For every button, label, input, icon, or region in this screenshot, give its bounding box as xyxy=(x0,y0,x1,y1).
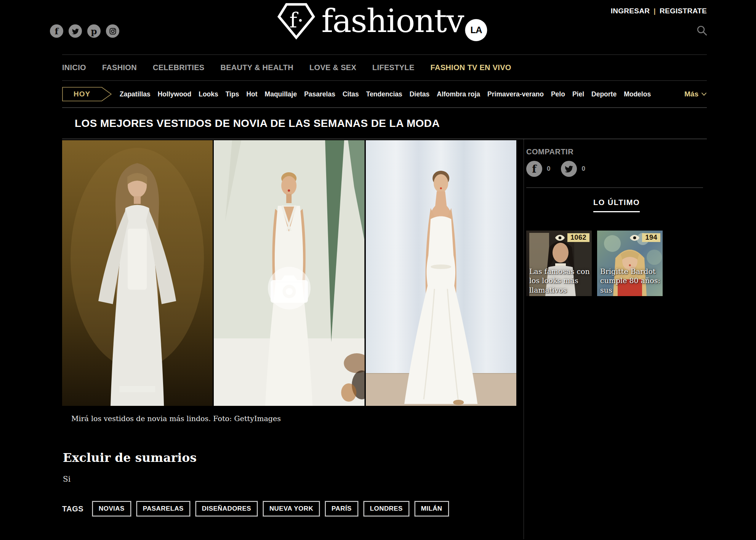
main-nav-item-love-sex[interactable]: LOVE & SEX xyxy=(309,63,356,72)
latest-item-title: Las famosas con los looks más llamativos xyxy=(529,267,592,295)
topic-nav: HOY Zapatillas Hollywood Looks Tips Hot … xyxy=(0,81,756,107)
facebook-glyph: f xyxy=(532,164,537,174)
twitter-share-count: 0 xyxy=(581,165,585,173)
topic-item-alfombra-roja[interactable]: Alfombra roja xyxy=(437,90,480,98)
twitter-share-icon[interactable] xyxy=(561,161,577,177)
tag-disenadores[interactable]: DISEÑADORES xyxy=(195,501,258,516)
more-label: Más xyxy=(684,90,698,98)
page-title: LOS MEJORES VESTIDOS DE NOVIA DE LAS SEM… xyxy=(75,117,440,130)
tag-pasarelas[interactable]: PASARELAS xyxy=(136,501,190,516)
topic-item-pasarelas[interactable]: Pasarelas xyxy=(304,90,335,98)
main-nav-item-fashion-tv-en-vivo[interactable]: FASHION TV EN VIVO xyxy=(431,63,511,72)
logo-region-badge: LA xyxy=(465,19,487,41)
main-nav-item-fashion[interactable]: FASHION xyxy=(102,63,137,72)
main-nav-item-beauty-health[interactable]: BEAUTY & HEALTH xyxy=(220,63,293,72)
views-count: 1062 xyxy=(567,233,589,242)
facebook-glyph: f xyxy=(55,27,59,35)
tags-row: TAGS NOVIAS PASARELAS DISEÑADORES NUEVA … xyxy=(62,501,516,516)
tag-paris[interactable]: PARÍS xyxy=(325,501,358,516)
more-menu-button[interactable]: Más xyxy=(684,90,707,98)
instagram-glyph xyxy=(109,27,117,35)
topic-item-looks[interactable]: Looks xyxy=(199,90,218,98)
topic-item-citas[interactable]: Citas xyxy=(343,90,359,98)
register-link[interactable]: REGISTRATE xyxy=(660,7,707,15)
chevron-down-icon xyxy=(701,92,707,96)
latest-items: 1062 Las famosas con los looks más llama… xyxy=(526,231,707,296)
eye-icon xyxy=(629,234,640,241)
facebook-share-count: 0 xyxy=(547,165,550,173)
search-icon[interactable] xyxy=(696,24,708,38)
twitter-bird-glyph xyxy=(564,164,573,173)
main-nav-item-celebrities[interactable]: CELEBRITIES xyxy=(153,63,205,72)
topic-item-modelos[interactable]: Modelos xyxy=(624,90,651,98)
photo-gallery xyxy=(62,140,516,406)
topic-item-hot[interactable]: Hot xyxy=(246,90,257,98)
share-buttons: f 0 0 xyxy=(526,161,707,177)
main-nav: INICIO FASHION CELEBRITIES BEAUTY & HEAL… xyxy=(0,54,756,81)
latest-section-title: LO ÚLTIMO xyxy=(526,198,707,207)
hoy-badge[interactable]: HOY xyxy=(62,87,112,101)
views-count: 194 xyxy=(642,233,660,242)
diamond-logo-icon: f· xyxy=(276,2,316,40)
auth-links: INGRESAR | REGISTRATE xyxy=(611,7,707,15)
site-header: f p f· fashiontv LA INGRESAR | REGISTRAT… xyxy=(0,0,756,54)
latest-item-bardot[interactable]: 194 Brigitte Bardot cumple 80 años: sus xyxy=(597,231,663,296)
latest-item-title: Brigitte Bardot cumple 80 años: sus xyxy=(600,267,663,295)
sidebar-divider xyxy=(526,187,703,188)
twitter-bird-glyph xyxy=(72,27,79,35)
login-link[interactable]: INGRESAR xyxy=(611,7,650,15)
runway-photo-1 xyxy=(62,140,213,406)
tag-novias[interactable]: NOVIAS xyxy=(92,501,131,516)
pinterest-glyph: p xyxy=(91,27,97,35)
twitter-icon[interactable] xyxy=(69,24,82,38)
article-title-bar: LOS MEJORES VESTIDOS DE NOVIA DE LAS SEM… xyxy=(62,107,707,139)
main-nav-item-lifestyle[interactable]: LIFESTYLE xyxy=(372,63,414,72)
auth-separator: | xyxy=(653,7,656,15)
logo-wordmark: fashiontv xyxy=(321,2,463,40)
pinterest-icon[interactable]: p xyxy=(87,24,101,38)
topic-item-zapatillas[interactable]: Zapatillas xyxy=(120,90,151,98)
topic-item-tendencias[interactable]: Tendencias xyxy=(366,90,402,98)
main-nav-item-inicio[interactable]: INICIO xyxy=(62,63,86,72)
topic-item-piel[interactable]: Piel xyxy=(572,90,584,98)
latest-item-famosas[interactable]: 1062 Las famosas con los looks más llama… xyxy=(526,231,592,296)
topic-item-tips[interactable]: Tips xyxy=(226,90,239,98)
views-badge: 194 xyxy=(629,233,660,242)
share-label: COMPARTIR xyxy=(526,147,707,156)
gallery-photo-strapless-gown[interactable] xyxy=(366,140,516,406)
article-main-column: Mirá los vestidos de novia más lindos. F… xyxy=(62,139,516,539)
logo-mark: f· xyxy=(289,8,304,32)
topic-item-pelo[interactable]: Pelo xyxy=(551,90,565,98)
facebook-share-icon[interactable]: f xyxy=(526,161,542,177)
gallery-photo-v-neck-gown[interactable] xyxy=(214,140,364,406)
topic-item-deporte[interactable]: Deporte xyxy=(591,90,617,98)
sidebar: COMPARTIR f 0 0 LO ÚLTIMO xyxy=(524,139,707,539)
tags-label: TAGS xyxy=(62,505,83,513)
facebook-icon[interactable]: f xyxy=(50,24,63,38)
runway-photo-3 xyxy=(366,140,516,406)
topic-item-maquillaje[interactable]: Maquillaje xyxy=(265,90,297,98)
site-logo[interactable]: f· fashiontv LA xyxy=(276,2,487,41)
camera-icon xyxy=(268,267,311,309)
topic-item-primavera-verano[interactable]: Primavera-verano xyxy=(487,90,544,98)
tag-milan[interactable]: MILÁN xyxy=(415,501,449,516)
camera-overlay xyxy=(268,267,311,309)
tag-londres[interactable]: LONDRES xyxy=(364,501,409,516)
hoy-label: HOY xyxy=(62,87,102,101)
topic-item-dietas[interactable]: Dietas xyxy=(410,90,430,98)
article-body-text: Si xyxy=(63,474,516,484)
gallery-photo-boho-dress[interactable] xyxy=(62,140,213,406)
article-heading: Excluir de sumarios xyxy=(63,451,516,465)
eye-icon xyxy=(555,234,565,241)
topic-item-hollywood[interactable]: Hollywood xyxy=(158,90,191,98)
tag-nueva-york[interactable]: NUEVA YORK xyxy=(263,501,320,516)
social-links: f p xyxy=(50,24,119,38)
photo-caption: Mirá los vestidos de novia más lindos. F… xyxy=(71,414,516,423)
latest-title-underline xyxy=(593,211,640,212)
views-badge: 1062 xyxy=(555,233,589,242)
instagram-icon[interactable] xyxy=(106,24,119,38)
